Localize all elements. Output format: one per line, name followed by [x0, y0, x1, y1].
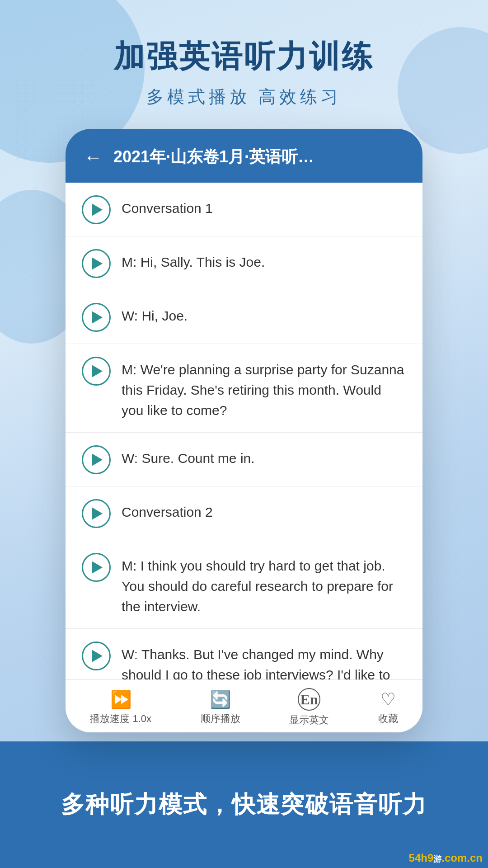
play-icon [92, 311, 103, 324]
play-icon [92, 365, 103, 377]
top-section: 加强英语听力训练 多模式播放 高效练习 [0, 0, 488, 145]
list-item[interactable]: M: I think you should try hard to get th… [66, 540, 422, 629]
main-title: 加强英语听力训练 [114, 36, 374, 77]
list-item[interactable]: M: We're planning a surprise party for S… [66, 344, 422, 433]
toolbar-item-lang[interactable]: En 显示英文 [289, 688, 329, 727]
sub-title: 多模式播放 高效练习 [146, 85, 342, 108]
toolbar-icon-speed: ⏩ [110, 689, 131, 709]
play-button[interactable] [82, 553, 111, 582]
item-text: W: Sure. Count me in. [122, 444, 406, 468]
play-button[interactable] [82, 249, 111, 278]
play-button[interactable] [82, 195, 111, 224]
play-icon [92, 507, 103, 520]
play-icon [92, 257, 103, 270]
play-icon [92, 203, 103, 216]
play-icon [92, 650, 103, 662]
toolbar-icon-fav: ♡ [380, 689, 396, 709]
bottom-text: 多种听力模式，快速突破语音听力 [61, 789, 427, 821]
watermark-text: 54h9游.com.cn [409, 852, 483, 864]
toolbar-item-loop[interactable]: 🔄 顺序播放 [201, 689, 240, 726]
list-item[interactable]: W: Hi, Joe. [66, 290, 422, 344]
list-item[interactable]: W: Sure. Count me in. [66, 433, 422, 486]
toolbar-label-fav: 收藏 [378, 712, 398, 726]
toolbar-label-loop: 顺序播放 [201, 712, 240, 726]
item-text: M: We're planning a surprise party for S… [122, 356, 406, 420]
content-list: Conversation 1 M: Hi, Sally. This is Joe… [66, 183, 422, 679]
toolbar-icon-loop: 🔄 [210, 689, 231, 709]
play-button[interactable] [82, 642, 111, 670]
item-text: Conversation 2 [122, 498, 406, 522]
toolbar-label-speed: 播放速度 1.0x [90, 712, 151, 726]
watermark: 54h9游.com.cn [409, 852, 483, 864]
back-button[interactable]: ← [84, 148, 103, 167]
phone-header: ← 2021年·山东卷1月·英语听… [66, 129, 422, 183]
item-text: W: Hi, Joe. [122, 302, 406, 326]
toolbar-item-speed[interactable]: ⏩ 播放速度 1.0x [90, 689, 151, 726]
play-button[interactable] [82, 499, 111, 528]
toolbar-icon-lang: En [298, 688, 320, 711]
list-item[interactable]: Conversation 1 [66, 183, 422, 236]
play-button[interactable] [82, 357, 111, 386]
list-item[interactable]: Conversation 2 [66, 486, 422, 540]
play-button[interactable] [82, 445, 111, 474]
play-icon [92, 561, 103, 574]
list-item[interactable]: M: Hi, Sally. This is Joe. [66, 236, 422, 290]
bottom-section: 多种听力模式，快速突破语音听力 [0, 741, 488, 868]
play-button[interactable] [82, 303, 111, 332]
item-text: M: I think you should try hard to get th… [122, 552, 406, 617]
play-icon [92, 453, 103, 466]
item-text: M: Hi, Sally. This is Joe. [122, 248, 406, 272]
item-text: W: Thanks. But I've changed my mind. Why… [122, 641, 406, 679]
phone-wrapper: ← 2021年·山东卷1月·英语听… Conversation 1 M: Hi,… [66, 129, 422, 732]
bottom-toolbar: ⏩ 播放速度 1.0x 🔄 顺序播放 En 显示英文 ♡ 收藏 [66, 679, 422, 732]
toolbar-label-lang: 显示英文 [289, 713, 329, 727]
header-title: 2021年·山东卷1月·英语听… [113, 146, 404, 168]
toolbar-item-fav[interactable]: ♡ 收藏 [378, 689, 398, 726]
item-text: Conversation 1 [122, 194, 406, 218]
list-item[interactable]: W: Thanks. But I've changed my mind. Why… [66, 629, 422, 679]
phone-mockup: ← 2021年·山东卷1月·英语听… Conversation 1 M: Hi,… [66, 129, 422, 732]
